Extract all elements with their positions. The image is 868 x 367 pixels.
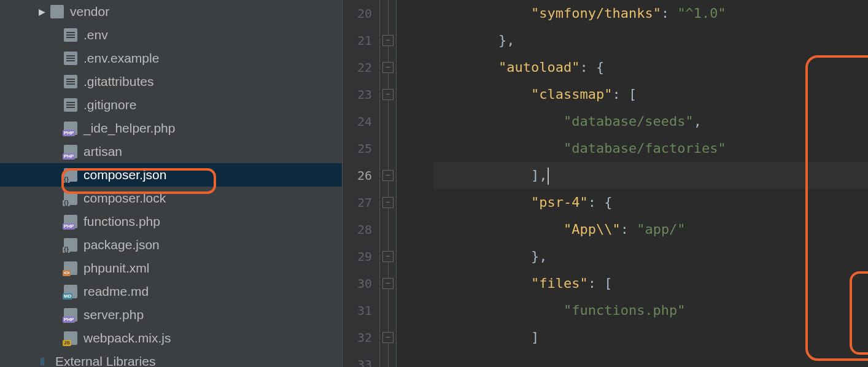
fold-toggle-icon[interactable]: − [382, 332, 393, 343]
tree-item[interactable]: phpunit.xml [0, 257, 342, 280]
tree-item-label: functions.php [83, 214, 160, 229]
line-number[interactable]: 20 [343, 0, 372, 27]
file-icon [64, 28, 77, 42]
tree-item-label: vendor [70, 4, 109, 19]
line-number[interactable]: 21 [343, 27, 372, 54]
fold-toggle-icon[interactable]: − [382, 278, 393, 289]
php-icon [64, 215, 77, 228]
folder-icon [50, 5, 64, 18]
fold-toggle-icon[interactable]: − [382, 35, 393, 46]
code-line[interactable]: ], [433, 162, 868, 189]
file-icon [64, 52, 77, 65]
tree-item[interactable]: composer.json [0, 163, 342, 187]
line-number[interactable]: 30 [343, 270, 372, 297]
json-icon [64, 168, 77, 182]
json-icon [64, 191, 77, 205]
code-token: ] [433, 330, 539, 345]
code-line[interactable]: "functions.php" [433, 297, 868, 324]
code-line[interactable]: }, [433, 243, 868, 270]
code-line[interactable] [433, 351, 868, 367]
tree-item[interactable]: .gitattributes [0, 70, 342, 93]
line-number[interactable]: 23 [343, 81, 372, 108]
tree-item[interactable]: artisan [0, 140, 342, 163]
code-token: "database/factories" [564, 141, 726, 156]
external-libraries-node[interactable]: ⫴ External Libraries [0, 350, 342, 367]
line-number[interactable]: 32 [343, 324, 372, 351]
code-editor[interactable]: 2021222324252627282930313233 −−−−−−−− "s… [343, 0, 868, 367]
code-line[interactable]: "symfony/thanks": "^1.0" [433, 0, 868, 27]
code-token: : [621, 222, 637, 237]
fold-toggle-icon[interactable]: − [382, 62, 393, 73]
file-icon [64, 98, 77, 112]
line-number[interactable]: 27 [343, 189, 372, 216]
php-icon [64, 145, 77, 158]
code-area[interactable]: "symfony/thanks": "^1.0" }, "autoload": … [397, 0, 868, 367]
code-line[interactable]: "classmap": [ [433, 81, 868, 108]
tree-item-label: .gitattributes [83, 74, 153, 89]
code-line[interactable]: "App\\": "app/" [433, 216, 868, 243]
code-token [433, 141, 564, 156]
php-icon [64, 122, 77, 135]
code-token: "classmap" [531, 87, 612, 102]
code-token: "^1.0" [677, 6, 726, 21]
tree-item[interactable]: functions.php [0, 210, 342, 233]
code-token [433, 87, 531, 102]
code-line[interactable]: "autoload": { [433, 54, 868, 81]
code-line[interactable]: "database/seeds", [433, 108, 868, 135]
code-token: ], [433, 168, 547, 183]
tree-item[interactable]: .env [0, 23, 342, 47]
code-token: : { [579, 60, 604, 75]
line-number[interactable]: 29 [343, 243, 372, 270]
tree-item-label: artisan [83, 144, 122, 159]
line-number[interactable]: 33 [343, 351, 372, 367]
fold-toggle-icon[interactable]: − [382, 89, 393, 100]
code-line[interactable]: }, [433, 27, 868, 54]
line-number-gutter[interactable]: 2021222324252627282930313233 [343, 0, 379, 367]
fold-toggle-icon[interactable]: − [382, 197, 393, 208]
code-line[interactable]: ] [433, 324, 868, 351]
code-token: : [ [612, 87, 637, 102]
code-token: "autoload" [498, 60, 579, 75]
tree-item[interactable]: .gitignore [0, 93, 342, 117]
tree-item-label: phpunit.xml [83, 261, 149, 276]
line-number[interactable]: 22 [343, 54, 372, 81]
code-token: : [661, 6, 678, 21]
tree-item[interactable]: composer.lock [0, 187, 342, 210]
code-token [433, 195, 531, 210]
tree-item[interactable]: package.json [0, 233, 342, 257]
tree-item[interactable]: readme.md [0, 280, 342, 303]
code-token [433, 114, 564, 129]
line-number[interactable]: 24 [343, 108, 372, 135]
expand-arrow-icon[interactable]: ▶ [36, 7, 48, 17]
tree-item-label: webpack.mix.js [83, 331, 171, 346]
line-number[interactable]: 25 [343, 135, 372, 162]
tree-item-label: .gitignore [83, 98, 136, 112]
code-token: "App\\" [564, 222, 621, 237]
ide-window: ▶vendor.env.env.example.gitattributes.gi… [0, 0, 868, 367]
fold-toggle-icon[interactable]: − [382, 251, 393, 262]
tree-item[interactable]: _ide_helper.php [0, 117, 342, 140]
tree-item[interactable]: webpack.mix.js [0, 326, 342, 350]
code-token: "psr-4" [531, 195, 588, 210]
code-line[interactable]: "files": [ [433, 270, 868, 297]
tree-item[interactable]: server.php [0, 303, 342, 326]
tree-item-label: composer.lock [83, 191, 166, 206]
line-number[interactable]: 26 [343, 162, 372, 189]
external-libraries-label: External Libraries [55, 354, 155, 367]
tree-item-label: .env.example [83, 51, 159, 66]
line-number[interactable]: 28 [343, 216, 372, 243]
line-number[interactable]: 31 [343, 297, 372, 324]
tree-item[interactable]: .env.example [0, 47, 342, 70]
fold-toggle-icon[interactable]: − [382, 170, 393, 181]
code-line[interactable]: "psr-4": { [433, 189, 868, 216]
code-line[interactable]: "database/factories" [433, 135, 868, 162]
code-token: : [ [588, 276, 613, 291]
project-tree[interactable]: ▶vendor.env.env.example.gitattributes.gi… [0, 0, 343, 367]
xml-icon [64, 261, 77, 275]
code-token [433, 222, 564, 237]
code-token [433, 60, 498, 75]
tree-item[interactable]: ▶vendor [0, 0, 342, 23]
fold-strip[interactable]: −−−−−−−− [379, 0, 397, 367]
md-icon [64, 285, 77, 298]
file-icon [64, 75, 77, 88]
